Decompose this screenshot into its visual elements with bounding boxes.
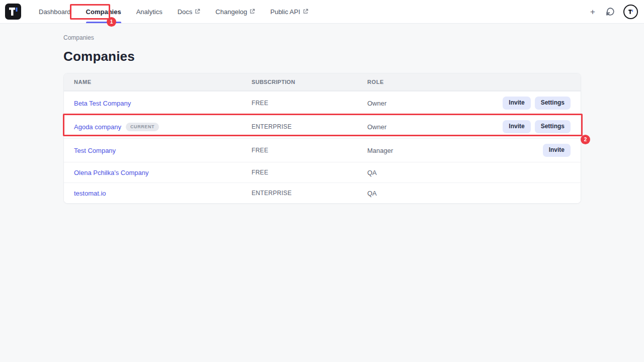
user-avatar[interactable] bbox=[623, 5, 638, 19]
breadcrumb: Companies bbox=[63, 24, 581, 41]
top-nav-bar: Dashboard Companies Analytics Docs Chang… bbox=[0, 0, 644, 24]
table-row: Test Company FREE Manager Invite bbox=[64, 138, 581, 162]
company-link[interactable]: Beta Test Company bbox=[74, 100, 131, 107]
role-cell: Manager bbox=[367, 147, 543, 154]
annotation-step-badge: 2 bbox=[581, 135, 590, 144]
nav-item-changelog[interactable]: Changelog bbox=[215, 0, 255, 23]
invite-button[interactable]: Invite bbox=[503, 97, 530, 109]
nav-item-docs[interactable]: Docs bbox=[178, 0, 201, 23]
companies-table: NAME SUBSCRIPTION ROLE Beta Test Company… bbox=[63, 73, 581, 204]
table-row: Olena Pchilka's Company FREE QA bbox=[64, 162, 581, 183]
company-link[interactable]: Olena Pchilka's Company bbox=[74, 169, 148, 176]
announcements-icon[interactable] bbox=[606, 7, 615, 16]
breadcrumb-companies[interactable]: Companies bbox=[63, 34, 94, 41]
table-row: testomat.io ENTERPRISE QA bbox=[64, 183, 581, 203]
invite-button[interactable]: Invite bbox=[503, 120, 530, 133]
nav-item-public-api[interactable]: Public API bbox=[270, 0, 308, 23]
subscription-cell: FREE bbox=[252, 100, 367, 107]
current-badge: CURRENT bbox=[126, 123, 159, 131]
nav-item-analytics[interactable]: Analytics bbox=[136, 0, 163, 23]
table-row-current: Agoda company CURRENT ENTERPRISE Owner I… bbox=[64, 115, 581, 138]
page-title: Companies bbox=[63, 49, 581, 64]
header-actions: + bbox=[588, 5, 638, 19]
subscription-cell: ENTERPRISE bbox=[252, 190, 367, 197]
external-link-icon bbox=[250, 9, 255, 14]
external-link-icon bbox=[303, 9, 308, 14]
main-nav: Dashboard Companies Analytics Docs Chang… bbox=[31, 0, 316, 23]
invite-button[interactable]: Invite bbox=[543, 144, 571, 156]
subscription-cell: ENTERPRISE bbox=[252, 123, 367, 130]
subscription-cell: FREE bbox=[252, 169, 367, 176]
testomat-avatar-icon bbox=[626, 8, 635, 16]
table-header-row: NAME SUBSCRIPTION ROLE bbox=[64, 73, 581, 91]
testomat-logo-icon[interactable] bbox=[5, 4, 21, 20]
subscription-cell: FREE bbox=[252, 147, 367, 154]
role-cell: Owner bbox=[367, 123, 503, 131]
role-cell: Owner bbox=[367, 100, 503, 107]
plus-icon[interactable]: + bbox=[588, 7, 597, 17]
table-row: Beta Test Company FREE Owner Invite Sett… bbox=[64, 91, 581, 115]
column-header-subscription: SUBSCRIPTION bbox=[252, 79, 367, 85]
nav-item-dashboard[interactable]: Dashboard bbox=[39, 0, 71, 23]
company-link[interactable]: testomat.io bbox=[74, 190, 106, 197]
company-link[interactable]: Agoda company bbox=[74, 123, 121, 131]
role-cell: QA bbox=[367, 190, 571, 197]
nav-item-companies[interactable]: Companies bbox=[86, 0, 121, 23]
column-header-role: ROLE bbox=[367, 79, 571, 85]
role-cell: QA bbox=[367, 169, 571, 176]
column-header-name: NAME bbox=[74, 79, 252, 85]
main-content: Companies Companies NAME SUBSCRIPTION RO… bbox=[63, 24, 581, 204]
company-link[interactable]: Test Company bbox=[74, 147, 116, 154]
settings-button[interactable]: Settings bbox=[535, 97, 571, 109]
settings-button[interactable]: Settings bbox=[535, 120, 571, 133]
external-link-icon bbox=[195, 9, 200, 14]
